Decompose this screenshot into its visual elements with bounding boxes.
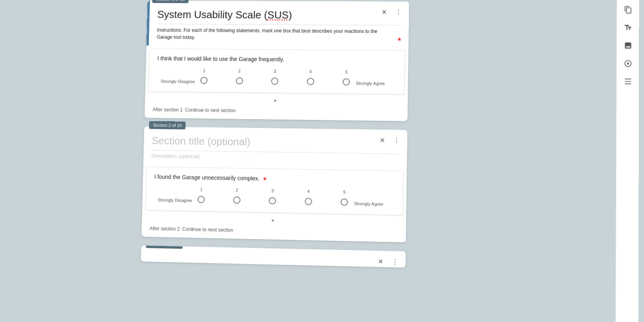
image-icon-btn[interactable] — [619, 37, 636, 54]
section-1-footer-prefix: After section 1 — [153, 107, 183, 113]
likert-option-2-4: 4 — [300, 189, 317, 205]
likert-max-label-2: Strongly Agree — [354, 190, 390, 206]
section-2-title: Section title (optional) — [152, 134, 401, 154]
likert-num-2-5: 5 — [343, 190, 346, 194]
likert-num-2-3: 3 — [271, 188, 274, 193]
likert-min-label-1: Strongly Disagree — [161, 68, 196, 84]
question-1-card: I think that I would like to use the Gar… — [149, 48, 405, 94]
likert-option-1-5: 5 — [338, 69, 355, 85]
likert-max-label-1: Strongly Agree — [356, 70, 392, 86]
section-2-footer-action: Continue to next section — [182, 226, 233, 233]
radio-1-3[interactable] — [271, 78, 278, 85]
likert-num-2-1: 1 — [200, 187, 202, 192]
section-1-header: ✕ ⋮ System Usability Scale (SUS) Instruc… — [147, 1, 409, 47]
radio-2-3[interactable] — [269, 197, 276, 204]
likert-num-1-1: 1 — [203, 68, 205, 73]
radio-2-1[interactable] — [198, 196, 205, 203]
radio-1-4[interactable] — [307, 78, 314, 85]
likert-num-1-5: 5 — [345, 70, 347, 74]
sus-acronym: SUS — [267, 9, 289, 21]
section-icon-btn[interactable] — [619, 73, 636, 90]
question-2-card: I found the Garage unnecessarily complex… — [145, 167, 404, 215]
likert-num-2-4: 4 — [307, 189, 310, 194]
likert-options-2: 1 2 3 4 — [193, 187, 353, 206]
likert-num-1-2: 2 — [238, 68, 241, 73]
section-2-header: ✕ ⋮ Section title (optional) Description… — [143, 126, 407, 167]
likert-option-2-5: 5 — [336, 190, 353, 206]
likert-num-1-4: 4 — [309, 69, 312, 74]
question-2-text: I found the Garage unnecessarily complex… — [154, 173, 395, 184]
section-1-footer: After section 1 Continue to next section — [144, 103, 408, 121]
section-1-more-btn[interactable]: ⋮ — [392, 6, 405, 19]
radio-1-5[interactable] — [343, 78, 350, 85]
video-icon-btn[interactable] — [619, 55, 636, 72]
section-2-footer-prefix: After section 2 — [149, 226, 180, 232]
section-3-more-btn[interactable]: ⋮ — [388, 255, 402, 268]
copy-icon-btn[interactable] — [619, 2, 636, 18]
section-3-card: Section 3 of 10 ✕ ⋮ — [141, 246, 406, 268]
section-2-description: Description (optional) — [151, 153, 400, 163]
question-1-text: I think that I would like to use the Gar… — [157, 55, 396, 64]
radio-1-2[interactable] — [235, 77, 243, 85]
right-sidebar — [615, 0, 639, 322]
section-1-badge: Section 1 of 10 — [152, 0, 189, 3]
required-star-q2: ★ — [262, 175, 268, 182]
likert-scale-1: Strongly Disagree 1 2 3 — [157, 68, 396, 86]
likert-option-2-2: 2 — [229, 188, 245, 204]
section-1-footer-action: Continue to next section — [185, 107, 235, 113]
section-1-title: System Usability Scale (SUS) — [157, 8, 402, 25]
likert-option-1-2: 2 — [231, 68, 247, 85]
section-2-actions: ✕ ⋮ — [376, 134, 403, 147]
section-1-instructions: Instructions: For each of the following … — [157, 27, 402, 42]
likert-scale-2: Strongly Disagree 1 2 3 — [154, 186, 395, 207]
section-3-collapse-btn[interactable]: ✕ — [374, 255, 387, 268]
likert-option-1-4: 4 — [302, 69, 318, 85]
section-1-body: I think that I would like to use the Gar… — [145, 48, 409, 107]
section-1-collapse-btn[interactable]: ✕ — [378, 6, 390, 19]
main-content: Section 1 of 10 ✕ ⋮ System Usability Sca… — [140, 1, 409, 277]
likert-min-label-2: Strongly Disagree — [158, 186, 194, 203]
section-2-more-btn[interactable]: ⋮ — [390, 134, 403, 147]
likert-option-1-3: 3 — [267, 69, 283, 85]
likert-num-2-2: 2 — [235, 188, 238, 192]
likert-option-2-1: 1 — [193, 187, 209, 203]
section-2-collapse-btn[interactable]: ✕ — [376, 134, 389, 147]
text-format-icon-btn[interactable] — [619, 19, 636, 36]
likert-options-1: 1 2 3 4 — [196, 68, 355, 85]
section-1-actions: ✕ ⋮ — [378, 6, 405, 19]
likert-option-2-3: 3 — [264, 188, 281, 205]
radio-1-1[interactable] — [200, 77, 208, 84]
section-2-badge: Section 2 of 10 — [149, 121, 186, 130]
radio-2-2[interactable] — [233, 196, 240, 204]
likert-num-1-3: 3 — [274, 69, 276, 74]
section-2-body: I found the Garage unnecessarily complex… — [142, 167, 407, 228]
radio-2-4[interactable] — [305, 198, 312, 205]
likert-option-1-1: 1 — [196, 68, 212, 84]
radio-2-5[interactable] — [341, 198, 348, 206]
section-1-card: Section 1 of 10 ✕ ⋮ System Usability Sca… — [144, 1, 409, 121]
section-2-card: Section 2 of 10 ✕ ⋮ Section title (optio… — [142, 126, 408, 242]
section-3-actions: ✕ ⋮ — [374, 255, 401, 268]
required-star-1: ★ — [397, 36, 402, 42]
